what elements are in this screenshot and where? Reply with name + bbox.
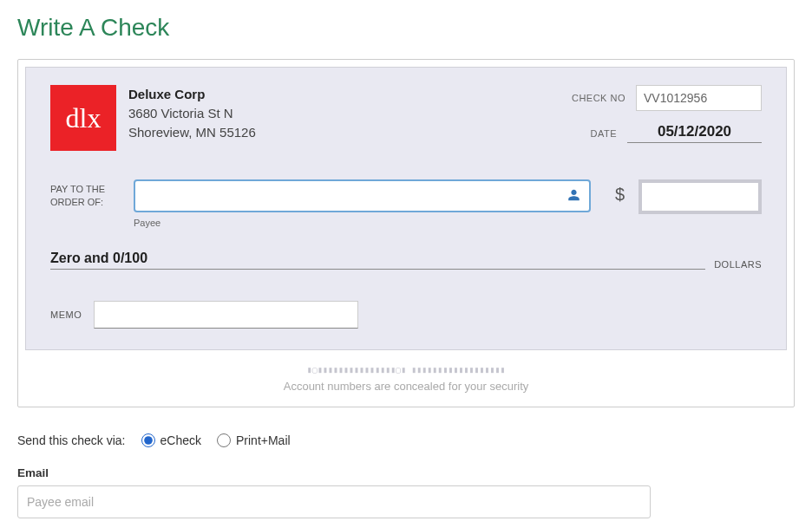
- dollar-sign: $: [599, 179, 630, 205]
- send-via-row: Send this check via: eCheck Print+Mail: [17, 433, 795, 447]
- date-label: DATE: [590, 128, 617, 139]
- payee-field-wrap: Payee: [134, 179, 591, 228]
- check-container: dlx Deluxe Corp 3680 Victoria St N Shore…: [17, 59, 795, 407]
- email-label: Email: [17, 466, 795, 479]
- radio-echeck-input[interactable]: [141, 433, 155, 447]
- radio-printmail-label: Print+Mail: [236, 433, 291, 447]
- company-address-line1: 3680 Victoria St N: [128, 104, 256, 123]
- micr-area: ▮▢▮▮▮▮▮▮▮▮▮▮▮▮▮▮▮▢▮ ▮▮▮▮▮▮▮▮▮▮▮▮▮▮▮▮▮▮ A…: [25, 350, 787, 400]
- radio-echeck-label: eCheck: [160, 433, 201, 447]
- memo-input[interactable]: [94, 301, 358, 329]
- check-header: dlx Deluxe Corp 3680 Victoria St N Shore…: [50, 85, 762, 155]
- send-via-label: Send this check via:: [17, 433, 126, 447]
- concealed-text: Account numbers are concealed for your s…: [25, 380, 787, 393]
- page-title: Write A Check: [17, 7, 795, 42]
- payto-label: PAY TO THE ORDER OF:: [50, 179, 125, 210]
- checkno-input[interactable]: [636, 85, 762, 111]
- memo-label: MEMO: [50, 309, 82, 320]
- person-icon[interactable]: [567, 188, 580, 205]
- payee-hint: Payee: [134, 218, 591, 228]
- radio-printmail-input[interactable]: [217, 433, 231, 447]
- amount-words: Zero and 0/100: [50, 251, 705, 270]
- check-body: dlx Deluxe Corp 3680 Victoria St N Shore…: [25, 67, 787, 350]
- check-meta: CHECK NO DATE 05/12/2020: [572, 85, 762, 155]
- micr-pattern: ▮▢▮▮▮▮▮▮▮▮▮▮▮▮▮▮▮▢▮ ▮▮▮▮▮▮▮▮▮▮▮▮▮▮▮▮▮▮: [307, 365, 506, 374]
- checkno-label: CHECK NO: [572, 93, 625, 103]
- date-value[interactable]: 05/12/2020: [627, 123, 762, 143]
- payee-row: PAY TO THE ORDER OF: Payee $: [50, 179, 762, 228]
- email-input[interactable]: [17, 485, 651, 518]
- email-section: Email: [17, 466, 795, 518]
- date-row: DATE 05/12/2020: [572, 123, 762, 143]
- memo-row: MEMO: [50, 301, 762, 329]
- dollars-label: DOLLARS: [714, 259, 762, 270]
- amount-words-row: Zero and 0/100 DOLLARS: [50, 251, 762, 270]
- company-address-line2: Shoreview, MN 55126: [128, 123, 256, 142]
- company-info: Deluxe Corp 3680 Victoria St N Shoreview…: [128, 85, 256, 155]
- company-name: Deluxe Corp: [128, 85, 256, 104]
- checkno-row: CHECK NO: [572, 85, 762, 111]
- radio-printmail[interactable]: Print+Mail: [217, 433, 291, 447]
- amount-box: [638, 179, 762, 214]
- radio-echeck[interactable]: eCheck: [141, 433, 201, 447]
- amount-input[interactable]: [644, 185, 756, 209]
- company-logo: dlx: [50, 85, 116, 151]
- company-block: dlx Deluxe Corp 3680 Victoria St N Shore…: [50, 85, 256, 155]
- payee-input[interactable]: [134, 179, 591, 212]
